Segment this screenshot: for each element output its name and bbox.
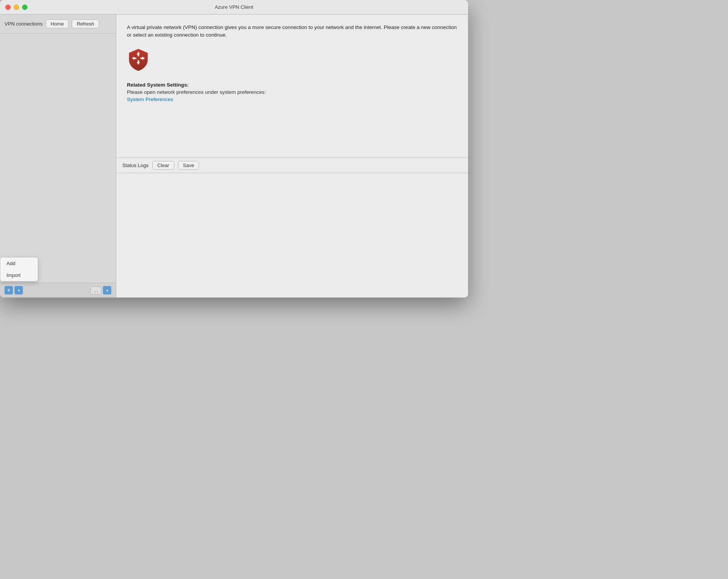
system-preferences-link[interactable]: System Preferences: [127, 96, 173, 102]
traffic-lights: [0, 5, 27, 10]
more-options-button[interactable]: ...: [90, 286, 101, 294]
add-connection-button[interactable]: +: [5, 286, 13, 294]
close-button[interactable]: [5, 5, 11, 10]
dropdown-import-item[interactable]: Import: [0, 269, 38, 281]
sidebar-connection-list: [0, 34, 116, 283]
app-body: VPN connections Home Refresh + ▾ Add Imp…: [0, 14, 468, 298]
sidebar-footer-right: ... ▾: [90, 286, 111, 294]
main-content: A virtual private network (VPN) connecti…: [116, 14, 468, 158]
sidebar-footer-left: + ▾ Add Import: [5, 286, 23, 294]
related-settings: Related System Settings: Please open net…: [127, 82, 457, 102]
sidebar-header: VPN connections Home Refresh: [0, 14, 116, 34]
home-button[interactable]: Home: [46, 19, 69, 28]
sidebar-footer: + ▾ Add Import ... ▾: [0, 283, 116, 298]
clear-button[interactable]: Clear: [152, 161, 174, 170]
shield-icon-container: [127, 48, 457, 73]
status-logs-bar: Status Logs Clear Save: [116, 158, 468, 173]
add-dropdown-chevron[interactable]: ▾: [14, 286, 23, 294]
window-title: Azure VPN Client: [215, 4, 253, 10]
title-bar: Azure VPN Client: [0, 0, 468, 14]
sidebar: VPN connections Home Refresh + ▾ Add Imp…: [0, 14, 116, 298]
dropdown-add-item[interactable]: Add: [0, 257, 38, 269]
save-button[interactable]: Save: [178, 161, 199, 170]
more-options-chevron[interactable]: ▾: [103, 286, 111, 294]
maximize-button[interactable]: [22, 5, 27, 10]
refresh-button[interactable]: Refresh: [72, 19, 99, 28]
add-dropdown-menu: Add Import: [0, 257, 38, 281]
status-logs-label: Status Logs: [122, 162, 149, 168]
vpn-description: A virtual private network (VPN) connecti…: [127, 24, 457, 39]
related-settings-title: Related System Settings:: [127, 82, 457, 88]
main-panel: A virtual private network (VPN) connecti…: [116, 14, 468, 298]
vpn-shield-icon: [127, 48, 150, 71]
minimize-button[interactable]: [14, 5, 19, 10]
logs-area: [116, 173, 468, 298]
related-settings-desc: Please open network preferences under sy…: [127, 89, 457, 95]
sidebar-title: VPN connections: [5, 21, 43, 27]
